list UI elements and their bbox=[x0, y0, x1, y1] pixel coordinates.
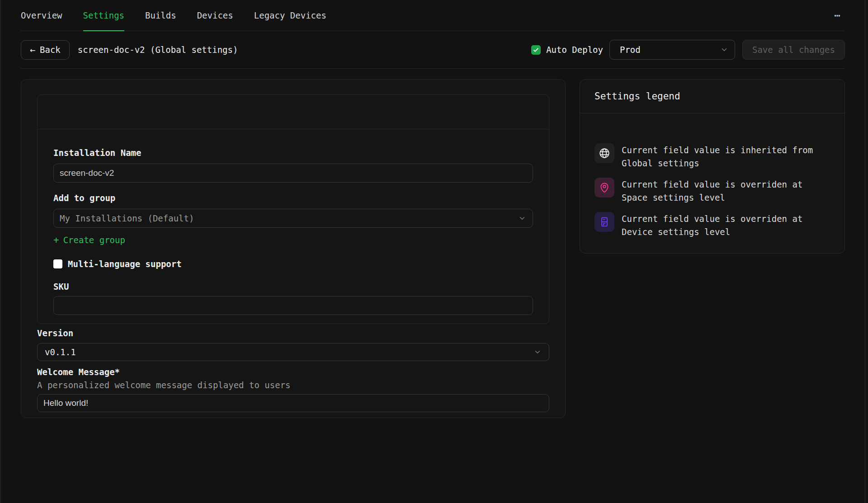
auto-deploy-label: Auto Deploy bbox=[546, 45, 603, 55]
installation-section-card: Installation Name Add to group My Instal… bbox=[37, 94, 549, 324]
welcome-message-input[interactable] bbox=[37, 394, 549, 412]
settings-legend-header: Settings legend bbox=[580, 80, 844, 113]
create-group-link[interactable]: + Create group bbox=[53, 235, 125, 245]
multi-language-label: Multi-language support bbox=[68, 259, 182, 269]
check-icon bbox=[533, 47, 539, 53]
installation-name-label: Installation Name bbox=[53, 147, 533, 158]
chevron-down-icon bbox=[518, 214, 526, 222]
globe-icon bbox=[594, 143, 614, 163]
tab-overview[interactable]: Overview bbox=[21, 0, 62, 31]
header-actions: Auto Deploy Prod Save all changes bbox=[531, 40, 845, 60]
settings-form-card: Installation Name Add to group My Instal… bbox=[21, 79, 566, 418]
tab-list: Overview Settings Builds Devices Legacy … bbox=[21, 0, 326, 31]
installation-name-input[interactable] bbox=[53, 164, 533, 183]
settings-legend-card: Settings legend Current field value is i… bbox=[580, 79, 845, 254]
version-select-value: v0.1.1 bbox=[45, 347, 76, 357]
tab-builds[interactable]: Builds bbox=[145, 0, 176, 31]
tab-settings[interactable]: Settings bbox=[83, 0, 125, 31]
settings-legend-title: Settings legend bbox=[594, 91, 680, 102]
settings-legend-body: Current field value is inherited from Gl… bbox=[580, 113, 844, 239]
sku-input[interactable] bbox=[53, 296, 533, 315]
save-all-changes-button[interactable]: Save all changes bbox=[742, 40, 845, 60]
tab-legacy-devices[interactable]: Legacy Devices bbox=[254, 0, 326, 31]
legend-item-text: Current field value is overriden at Spac… bbox=[622, 178, 830, 204]
back-button-label: Back bbox=[40, 45, 61, 55]
group-select[interactable]: My Installations (Default) bbox=[53, 209, 533, 228]
multi-language-row: Multi-language support bbox=[53, 259, 533, 269]
window-right-edge bbox=[865, 0, 865, 503]
add-to-group-label: Add to group bbox=[53, 193, 533, 203]
top-nav: Overview Settings Builds Devices Legacy … bbox=[21, 0, 845, 31]
legend-item-space: Current field value is overriden at Spac… bbox=[594, 178, 830, 204]
welcome-message-label: Welcome Message* bbox=[37, 367, 549, 377]
server-icon bbox=[594, 212, 614, 232]
plus-icon: + bbox=[53, 235, 59, 245]
back-button[interactable]: ← Back bbox=[21, 40, 70, 60]
environment-select-value: Prod bbox=[620, 45, 641, 55]
auto-deploy-checkbox[interactable] bbox=[531, 45, 541, 55]
more-menu-button[interactable]: ⋯ bbox=[834, 10, 840, 21]
legend-item-global: Current field value is inherited from Gl… bbox=[594, 143, 830, 170]
chevron-down-icon bbox=[533, 348, 542, 356]
map-pin-icon bbox=[594, 178, 614, 197]
arrow-left-icon: ← bbox=[30, 45, 35, 54]
window-left-edge bbox=[0, 0, 1, 503]
version-select[interactable]: v0.1.1 bbox=[37, 343, 549, 361]
legend-item-device: Current field value is overriden at Devi… bbox=[594, 212, 830, 239]
environment-select[interactable]: Prod bbox=[609, 40, 735, 60]
general-fields: Version v0.1.1 Welcome Message* A person… bbox=[21, 328, 565, 412]
version-label: Version bbox=[37, 328, 549, 338]
installation-section-header bbox=[38, 95, 549, 129]
page-title: screen-doc-v2 (Global settings) bbox=[78, 45, 238, 55]
tab-devices[interactable]: Devices bbox=[197, 0, 233, 31]
multi-language-checkbox[interactable] bbox=[53, 259, 62, 268]
sku-label: SKU bbox=[53, 281, 533, 292]
create-group-label: Create group bbox=[63, 235, 125, 245]
legend-item-text: Current field value is inherited from Gl… bbox=[622, 144, 830, 170]
chevron-down-icon bbox=[720, 46, 728, 54]
group-select-value: My Installations (Default) bbox=[60, 213, 194, 223]
welcome-message-description: A personalized welcome message displayed… bbox=[37, 380, 549, 390]
page-header: ← Back screen-doc-v2 (Global settings) A… bbox=[21, 31, 845, 69]
legend-item-text: Current field value is overriden at Devi… bbox=[622, 212, 830, 239]
installation-section-body: Installation Name Add to group My Instal… bbox=[38, 129, 549, 315]
